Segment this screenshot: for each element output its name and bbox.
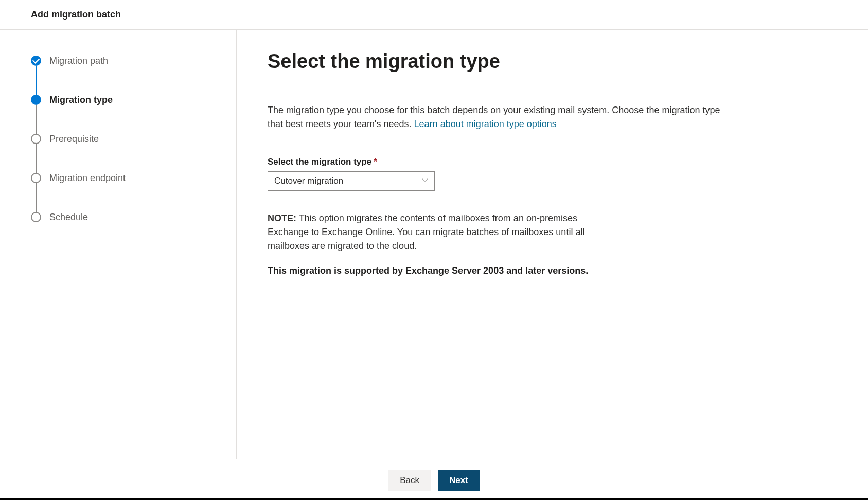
step-indicator-pending (31, 134, 41, 144)
step-schedule[interactable]: Schedule (31, 212, 205, 222)
next-button[interactable]: Next (438, 470, 480, 491)
step-label: Migration endpoint (49, 173, 126, 183)
wizard-stepper: Migration path Migration type Prerequisi… (31, 56, 205, 222)
step-label: Schedule (49, 212, 88, 222)
note-text: This option migrates the contents of mai… (268, 213, 584, 251)
migration-type-select-wrapper: Cutover migration (268, 171, 435, 191)
step-migration-type[interactable]: Migration type (31, 95, 205, 105)
migration-type-select[interactable]: Cutover migration (268, 171, 435, 191)
step-migration-path[interactable]: Migration path (31, 56, 205, 66)
wizard-footer: Back Next (0, 460, 868, 500)
step-migration-endpoint[interactable]: Migration endpoint (31, 173, 205, 183)
page-header: Add migration batch (0, 0, 868, 30)
note-section: NOTE: This option migrates the contents … (268, 211, 602, 253)
step-indicator-completed (31, 56, 41, 66)
step-label: Migration path (49, 56, 108, 66)
content-description: The migration type you choose for this b… (268, 103, 731, 131)
learn-more-link[interactable]: Learn about migration type options (414, 119, 557, 129)
step-indicator-current (31, 95, 41, 105)
step-label: Prerequisite (49, 134, 99, 144)
content-title: Select the migration type (268, 50, 837, 73)
back-button[interactable]: Back (388, 470, 431, 491)
wizard-content: Select the migration type The migration … (237, 30, 868, 459)
support-note: This migration is supported by Exchange … (268, 265, 602, 276)
required-indicator: * (374, 157, 377, 167)
step-connector (36, 66, 37, 95)
step-connector (36, 183, 37, 212)
main-container: Migration path Migration type Prerequisi… (0, 30, 868, 459)
step-label: Migration type (49, 95, 113, 105)
migration-type-label: Select the migration type* (268, 157, 837, 167)
step-connector (36, 105, 37, 134)
bottom-bar (0, 498, 868, 500)
field-label-text: Select the migration type (268, 157, 371, 167)
step-indicator-pending (31, 212, 41, 222)
wizard-sidebar: Migration path Migration type Prerequisi… (0, 30, 237, 459)
step-connector (36, 144, 37, 173)
step-indicator-pending (31, 173, 41, 183)
step-prerequisite[interactable]: Prerequisite (31, 134, 205, 144)
page-header-title: Add migration batch (31, 9, 837, 20)
note-label: NOTE: (268, 213, 296, 223)
